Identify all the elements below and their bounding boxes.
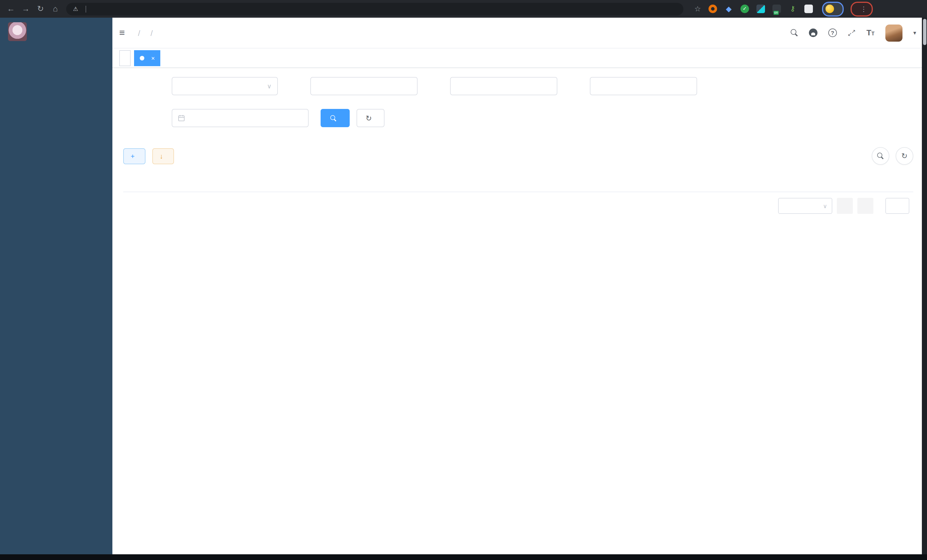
- error-code-input[interactable]: [456, 81, 551, 91]
- plus-icon: +: [131, 152, 135, 160]
- github-icon[interactable]: [809, 29, 818, 37]
- avatar-caret-icon[interactable]: ▾: [913, 30, 916, 36]
- warning-icon: ⚠: [73, 6, 78, 12]
- filter-row-1: ∨: [123, 77, 922, 95]
- browser-home-icon[interactable]: ⌂: [48, 0, 63, 18]
- window-bottom-edge: [0, 554, 927, 560]
- tags-view-bar: ×: [112, 49, 922, 68]
- error-msg-input[interactable]: [596, 81, 691, 91]
- prev-page-button[interactable]: [837, 198, 853, 214]
- pagination: ∨: [123, 198, 913, 214]
- error-type-select[interactable]: ∨: [172, 77, 278, 95]
- error-code-table: [123, 171, 913, 192]
- logo-image: [8, 22, 27, 41]
- table-toolbar: + ↓ ↻: [123, 148, 913, 164]
- search-icon[interactable]: [791, 29, 798, 36]
- main-area: ≡ / / ? ↗↙ TT ▾: [112, 18, 922, 554]
- browser-update-button[interactable]: ⋮: [851, 2, 873, 16]
- tag-home[interactable]: [119, 50, 131, 66]
- extension-icon[interactable]: [708, 5, 717, 13]
- error-code-input-wrap: [450, 77, 557, 95]
- active-tag-dot: [140, 56, 144, 60]
- date-range-picker[interactable]: [172, 109, 308, 127]
- toggle-search-button[interactable]: [872, 147, 889, 165]
- browser-forward-icon[interactable]: →: [18, 0, 33, 18]
- bookmark-star-icon[interactable]: ☆: [691, 5, 704, 13]
- chevron-down-icon: ∨: [823, 203, 827, 209]
- browser-toolbar: ← → ↻ ⌂ ⚠ ☆ ◆ ✓ ⚷ ⋮: [0, 0, 927, 18]
- browser-reload-icon[interactable]: ↻: [33, 0, 48, 18]
- tag-error-code[interactable]: ×: [134, 50, 161, 66]
- table-header-row: [123, 171, 913, 192]
- search-button[interactable]: [321, 109, 350, 127]
- address-bar[interactable]: ⚠: [66, 3, 684, 15]
- breadcrumb-separator: /: [138, 28, 140, 37]
- breadcrumb: / /: [133, 28, 158, 37]
- breadcrumb-separator: /: [150, 28, 153, 37]
- goto-page: [881, 198, 913, 214]
- refresh-icon: ↻: [366, 114, 372, 122]
- search-icon: [877, 153, 884, 159]
- page-scrollbar[interactable]: [922, 18, 927, 554]
- reset-button[interactable]: ↻: [357, 109, 384, 127]
- browser-menu-kebab-icon[interactable]: ⋮: [860, 5, 867, 13]
- extension-icon[interactable]: ⚷: [789, 5, 797, 13]
- page-size-select[interactable]: ∨: [778, 198, 832, 214]
- help-icon[interactable]: ?: [828, 29, 837, 37]
- extension-icon[interactable]: [772, 5, 781, 13]
- browser-back-icon[interactable]: ←: [3, 0, 18, 18]
- calendar-icon: [178, 115, 185, 121]
- navbar-actions: ? ↗↙ TT ▾: [791, 18, 916, 48]
- browser-profile-button[interactable]: [822, 2, 844, 16]
- font-size-icon[interactable]: TT: [866, 28, 874, 37]
- profile-emoji-avatar: [825, 5, 834, 13]
- chevron-down-icon: ∨: [267, 82, 272, 90]
- security-warning[interactable]: ⚠: [73, 6, 81, 12]
- extensions-area: ◆ ✓ ⚷: [708, 5, 813, 13]
- refresh-icon: ↻: [901, 152, 907, 160]
- scrollbar-thumb[interactable]: [923, 19, 926, 45]
- search-icon: [330, 115, 337, 121]
- extension-icon[interactable]: ◆: [725, 5, 733, 13]
- screen: ← → ↻ ⌂ ⚠ ☆ ◆ ✓ ⚷ ⋮: [0, 0, 927, 560]
- page-content: ∨: [112, 68, 922, 214]
- download-icon: ↓: [160, 152, 163, 160]
- top-navbar: ≡ / / ? ↗↙ TT ▾: [112, 18, 922, 49]
- export-button[interactable]: ↓: [152, 148, 174, 164]
- refresh-table-button[interactable]: ↻: [896, 147, 913, 165]
- error-msg-input-wrap: [590, 77, 697, 95]
- hamburger-icon[interactable]: ≡: [112, 27, 133, 38]
- puzzle-extension-icon[interactable]: [804, 5, 813, 13]
- sidebar: [0, 18, 112, 554]
- extension-icon[interactable]: [757, 5, 765, 13]
- tag-close-icon[interactable]: ×: [151, 55, 155, 61]
- fullscreen-icon[interactable]: ↗↙: [848, 29, 856, 37]
- app-name-input[interactable]: [317, 81, 411, 91]
- app-logo[interactable]: [0, 18, 112, 44]
- app-name-input-wrap: [310, 77, 418, 95]
- add-button[interactable]: +: [123, 148, 146, 164]
- divider: [85, 5, 86, 12]
- table-tools: ↻: [872, 147, 913, 165]
- filter-row-2: ↻: [123, 109, 922, 127]
- extension-icon[interactable]: ✓: [740, 5, 749, 13]
- goto-page-input[interactable]: [885, 198, 909, 214]
- next-page-button[interactable]: [857, 198, 873, 214]
- user-avatar[interactable]: [885, 24, 903, 41]
